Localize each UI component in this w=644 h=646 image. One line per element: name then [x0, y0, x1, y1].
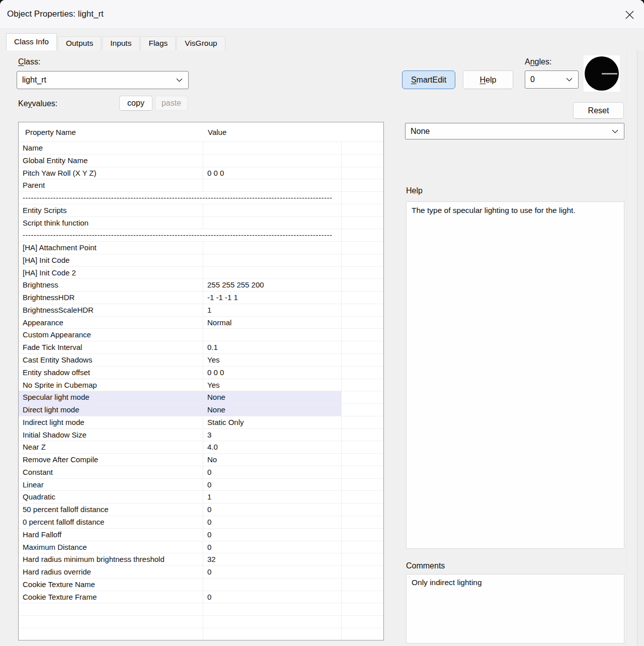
angles-label: Angles:	[525, 57, 551, 66]
property-name-cell: Entity shadow offset	[19, 367, 203, 379]
property-name-cell: 50 percent falloff distance	[19, 504, 203, 516]
property-name-cell: [HA] Attachment Point	[19, 242, 203, 254]
property-value-cell: Normal	[203, 317, 342, 329]
table-row[interactable]: Near Z4.0	[19, 441, 383, 454]
chevron-down-icon	[612, 129, 618, 133]
table-row[interactable]: Pitch Yaw Roll (X Y Z)0 0 0	[19, 167, 383, 180]
table-row[interactable]: Initial Shadow Size3	[19, 429, 383, 442]
close-button[interactable]	[622, 7, 637, 22]
row-extra-cell	[342, 491, 383, 503]
help-section-label: Help	[406, 186, 423, 195]
table-row[interactable]: No Sprite in CubemapYes	[19, 379, 383, 392]
tab-flags[interactable]: Flags	[140, 36, 176, 50]
angles-select[interactable]: 0	[525, 70, 579, 89]
table-row[interactable]: Brightness255 255 255 200	[19, 279, 383, 292]
header-property-name: Property Name	[19, 128, 203, 136]
table-row[interactable]: Hard radius minimum brightness threshold…	[19, 553, 383, 566]
table-row[interactable]: Cast Entity ShadowsYes	[19, 354, 383, 367]
row-extra-cell	[342, 179, 383, 191]
table-row[interactable]: Specular light modeNone	[19, 391, 383, 404]
help-button[interactable]: Help	[463, 70, 513, 89]
tab-visgroup[interactable]: VisGroup	[177, 36, 225, 50]
property-name-cell	[19, 616, 203, 628]
row-extra-cell	[342, 404, 383, 416]
row-extra-cell	[342, 254, 383, 266]
tab-class-info[interactable]: Class Info	[6, 33, 57, 50]
property-name-cell: No Sprite in Cubemap	[19, 379, 203, 391]
row-extra-cell	[342, 553, 383, 565]
property-name-cell: [HA] Init Code 2	[19, 267, 203, 279]
paste-button[interactable]: paste	[155, 96, 188, 111]
property-value-cell	[203, 616, 342, 628]
row-extra-cell	[342, 603, 383, 615]
property-name-cell	[19, 603, 203, 615]
table-row[interactable]: Constant0	[19, 466, 383, 479]
dialog-title: Object Properties: light_rt	[0, 9, 104, 19]
row-extra-cell	[342, 167, 383, 179]
row-extra-cell	[342, 341, 383, 353]
class-select-value: light_rt	[22, 76, 46, 85]
table-row[interactable]: Parent	[19, 179, 383, 192]
table-row[interactable]: 50 percent falloff distance0	[19, 504, 383, 516]
comments-label: Comments	[406, 561, 445, 570]
row-extra-cell	[342, 292, 383, 304]
property-value-cell: 0	[203, 591, 342, 603]
row-extra-cell	[342, 304, 383, 316]
table-row[interactable]: Cookie Texture Name	[19, 579, 383, 591]
table-row[interactable]: Hard radius override0	[19, 566, 383, 579]
row-extra-cell	[342, 628, 383, 640]
table-row[interactable]: Name	[19, 142, 383, 155]
reset-button[interactable]: Reset	[573, 102, 624, 119]
table-row[interactable]: [HA] Init Code 2	[19, 267, 383, 279]
table-row[interactable]: Indirect light modeStatic Only	[19, 416, 383, 429]
property-value-cell: 0	[203, 529, 342, 541]
table-row[interactable]: Cookie Texture Frame0	[19, 591, 383, 604]
row-extra-cell	[342, 479, 383, 491]
property-value-cell	[203, 155, 342, 167]
property-name-cell: Cookie Texture Frame	[19, 591, 203, 603]
table-row[interactable]: Global Entity Name	[19, 155, 383, 167]
comments-text: Only indirect lighting	[412, 578, 482, 587]
table-row[interactable]: Hard Falloff0	[19, 529, 383, 541]
table-row[interactable]: Script think function	[19, 217, 383, 230]
separator-dashes: ----------------------------------------…	[19, 192, 342, 204]
comments-input[interactable]: Only indirect lighting	[406, 574, 624, 643]
smartedit-button[interactable]: SmartEdit	[402, 70, 455, 89]
property-value-cell: 0 0 0	[203, 167, 342, 179]
property-value-cell	[203, 142, 342, 154]
tab-inputs[interactable]: Inputs	[102, 36, 139, 50]
table-row[interactable]: Linear0	[19, 479, 383, 491]
table-row[interactable]: [HA] Init Code	[19, 254, 383, 267]
class-select[interactable]: light_rt	[17, 71, 189, 89]
table-row[interactable]: Entity shadow offset0 0 0	[19, 367, 383, 379]
table-row[interactable]: BrightnessHDR-1 -1 -1 1	[19, 292, 383, 304]
table-row[interactable]: Custom Appearance	[19, 329, 383, 341]
tab-outputs[interactable]: Outputs	[58, 36, 101, 50]
table-row[interactable]: BrightnessScaleHDR1	[19, 304, 383, 317]
table-row[interactable]: Remove After CompileNo	[19, 454, 383, 466]
angle-indicator[interactable]	[584, 55, 620, 92]
mode-select[interactable]: None	[405, 123, 624, 139]
chevron-down-icon	[566, 78, 573, 82]
property-name-cell: Appearance	[19, 317, 203, 329]
property-name-cell: Direct light mode	[19, 404, 203, 416]
table-row[interactable]: Maximum Distance0	[19, 541, 383, 554]
property-value-cell	[203, 179, 342, 191]
table-row[interactable]: Entity Scripts	[19, 204, 383, 217]
table-header: Property Name Value	[19, 122, 383, 142]
table-row[interactable]: 0 percent falloff distance0	[19, 516, 383, 529]
table-row[interactable]: [HA] Attachment Point	[19, 242, 383, 254]
copy-button[interactable]: copy	[119, 96, 152, 111]
table-row[interactable]: Quadratic1	[19, 491, 383, 504]
row-extra-cell	[342, 454, 383, 466]
table-row[interactable]: AppearanceNormal	[19, 317, 383, 329]
row-extra-cell	[342, 579, 383, 591]
keyvalues-label: Keyvalues:	[18, 99, 57, 108]
row-extra-cell	[342, 529, 383, 541]
property-name-cell: Cookie Texture Name	[19, 579, 203, 591]
table-row[interactable]: Direct light modeNone	[19, 404, 383, 416]
mode-select-value: None	[411, 127, 430, 136]
table-row[interactable]: Fade Tick Interval0.1	[19, 341, 383, 354]
table-empty-row	[19, 628, 383, 640]
property-value-cell	[203, 579, 342, 591]
